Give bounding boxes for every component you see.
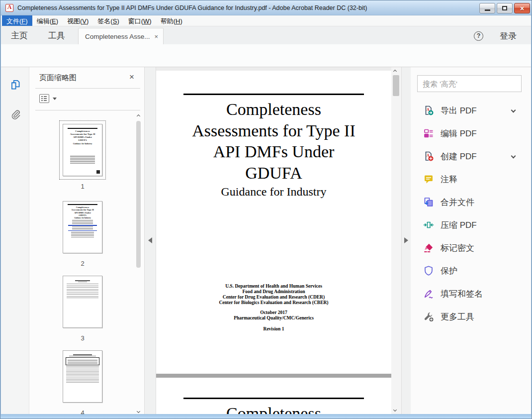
thumbnail-page-number: 3 bbox=[59, 334, 106, 342]
maximize-button[interactable] bbox=[497, 3, 513, 13]
thumbnail-page-3[interactable]: 3 bbox=[59, 272, 106, 342]
create-pdf-icon: A bbox=[423, 150, 435, 162]
divider bbox=[35, 88, 140, 89]
collapse-left-icon[interactable] bbox=[148, 237, 152, 243]
paperclip-icon bbox=[9, 108, 22, 121]
document-scrollbar[interactable] bbox=[391, 67, 401, 415]
close-icon: × bbox=[520, 5, 524, 12]
tab-tools[interactable]: 工具 bbox=[48, 26, 65, 44]
sign-in-button[interactable]: 登录 bbox=[500, 30, 517, 42]
menu-item[interactable]: 视图(V) bbox=[63, 15, 93, 26]
tool-combine-files[interactable]: 合并文件 bbox=[411, 195, 532, 210]
tab-close-icon[interactable]: × bbox=[154, 33, 158, 40]
title-bar[interactable]: A Completeness Assessments for Type II A… bbox=[0, 0, 532, 15]
tab-document[interactable]: Completeness Asse... × bbox=[78, 28, 164, 44]
menu-item[interactable]: 帮助(H) bbox=[156, 15, 187, 26]
thumbnail-page-1[interactable]: CompletenessAssessments for Type IIAPI D… bbox=[59, 120, 106, 190]
left-panel-edge bbox=[145, 67, 156, 415]
thumbnail-options-button[interactable] bbox=[39, 94, 60, 103]
thumbnail-page-number: 2 bbox=[59, 260, 106, 267]
tool-protect[interactable]: 保护 bbox=[411, 263, 532, 278]
page-thumbnails-rail-button[interactable] bbox=[9, 78, 22, 91]
tool-label: 标记密文 bbox=[441, 242, 474, 254]
tool-label: 编辑 PDF bbox=[441, 128, 477, 139]
scroll-up-icon[interactable] bbox=[137, 114, 140, 118]
scrollbar-thumb[interactable] bbox=[393, 75, 399, 96]
menu-bar: 文件(F)编辑(E)视图(V)签名(S)窗口(W)帮助(H) bbox=[1, 15, 532, 26]
attachments-rail-button[interactable] bbox=[9, 108, 22, 121]
tool-label: 注释 bbox=[441, 174, 457, 185]
panel-close-icon[interactable]: × bbox=[129, 72, 134, 82]
window-controls: × bbox=[479, 3, 530, 13]
title-rule bbox=[183, 398, 364, 399]
protect-icon bbox=[423, 265, 435, 277]
thumbnail-page-image[interactable] bbox=[63, 350, 102, 403]
document-title: CompletenessAssessments for Type IIAPI D… bbox=[156, 99, 391, 184]
thumbnail-page-number: 1 bbox=[59, 183, 106, 190]
close-button[interactable]: × bbox=[514, 3, 530, 13]
tool-create-pdf[interactable]: A创建 PDF bbox=[411, 149, 532, 164]
tool-label: 填写和签名 bbox=[441, 288, 483, 300]
tool-label: 合并文件 bbox=[441, 197, 474, 208]
document-canvas[interactable]: CompletenessAssessments for Type IIAPI D… bbox=[156, 67, 391, 415]
chevron-down-icon[interactable] bbox=[511, 154, 516, 159]
window-title: Completeness Assessments for Type II API… bbox=[17, 4, 367, 11]
page-thumbnails-panel: 页面缩略图 × CompletenessAssessments for Type… bbox=[29, 67, 145, 415]
menu-item[interactable]: 编辑(E) bbox=[32, 15, 63, 26]
document-org-block: U.S. Department of Health and Human Serv… bbox=[156, 284, 391, 306]
thumbnail-page-2[interactable]: CompletenessAssessments for Type IIAPI D… bbox=[59, 198, 106, 267]
tool-compress-pdf[interactable]: 压缩 PDF bbox=[411, 217, 532, 232]
thumbnail-page-image[interactable] bbox=[63, 276, 102, 328]
document-revision: Revision 1 bbox=[156, 326, 391, 331]
navigation-rail bbox=[1, 67, 29, 415]
minimize-button[interactable] bbox=[479, 3, 495, 13]
menu-item[interactable]: 窗口(W) bbox=[124, 15, 156, 26]
window-border bbox=[0, 414, 532, 419]
scroll-up-icon[interactable] bbox=[393, 70, 397, 73]
thumbnail-page-4[interactable]: 4 bbox=[59, 347, 106, 417]
chevron-down-icon[interactable] bbox=[511, 108, 516, 113]
minimize-icon bbox=[485, 9, 490, 11]
thumbnail-scrollbar[interactable] bbox=[135, 114, 142, 413]
collapse-right-icon[interactable] bbox=[404, 237, 408, 243]
tools-search-input[interactable] bbox=[417, 75, 522, 92]
pdf-page-1[interactable]: CompletenessAssessments for Type IIAPI D… bbox=[156, 71, 391, 374]
fill-sign-icon bbox=[423, 288, 435, 300]
tool-label: 保护 bbox=[441, 265, 457, 277]
compress-pdf-icon bbox=[423, 219, 435, 231]
tool-export-pdf[interactable]: A导出 PDF bbox=[411, 103, 532, 118]
tab-home[interactable]: 主页 bbox=[11, 26, 28, 44]
tools-panel: A导出 PDF编辑 PDFA创建 PDF注释合并文件压缩 PDF标记密文保护填写… bbox=[411, 67, 532, 415]
tool-label: 压缩 PDF bbox=[441, 219, 477, 231]
divider bbox=[35, 110, 140, 110]
page2-title-peek: Completeness bbox=[156, 404, 391, 415]
tool-more-tools[interactable]: 更多工具 bbox=[411, 309, 532, 324]
scroll-down-icon[interactable] bbox=[393, 408, 397, 412]
window-border bbox=[531, 15, 532, 419]
export-pdf-icon: A bbox=[423, 105, 435, 116]
tab-bar: 主页 工具 Completeness Asse... × ? 登录 bbox=[1, 26, 532, 44]
redact-icon bbox=[423, 242, 435, 254]
panel-title: 页面缩略图 bbox=[39, 73, 77, 83]
thumbnail-page-image[interactable]: CompletenessAssessments for Type IIAPI D… bbox=[63, 201, 102, 253]
combine-files-icon bbox=[423, 196, 435, 208]
main-toolbar: 1 / 18 50.9% bbox=[1, 44, 532, 67]
tool-comment-tool[interactable]: 注释 bbox=[411, 172, 532, 187]
scroll-down-icon[interactable] bbox=[137, 410, 140, 413]
pdf-file-icon: A bbox=[5, 4, 13, 12]
tool-redact[interactable]: 标记密文 bbox=[411, 240, 532, 255]
more-tools-icon bbox=[423, 311, 435, 322]
thumbnail-page-image[interactable]: CompletenessAssessments for Type IIAPI D… bbox=[63, 124, 102, 176]
help-button[interactable]: ? bbox=[474, 31, 483, 41]
menu-item[interactable]: 签名(S) bbox=[93, 15, 123, 26]
menu-item[interactable]: 文件(F) bbox=[2, 15, 32, 26]
window-border bbox=[0, 15, 1, 419]
tool-fill-sign[interactable]: 填写和签名 bbox=[411, 286, 532, 301]
edit-pdf-icon bbox=[423, 127, 435, 139]
tool-label: 更多工具 bbox=[441, 311, 474, 322]
tool-label: 创建 PDF bbox=[441, 151, 477, 162]
scrollbar-thumb[interactable] bbox=[136, 121, 141, 268]
pdf-page-2[interactable]: Completeness bbox=[156, 378, 391, 415]
document-subtitle: Guidance for Industry bbox=[156, 185, 391, 199]
tool-edit-pdf[interactable]: 编辑 PDF bbox=[411, 126, 532, 141]
